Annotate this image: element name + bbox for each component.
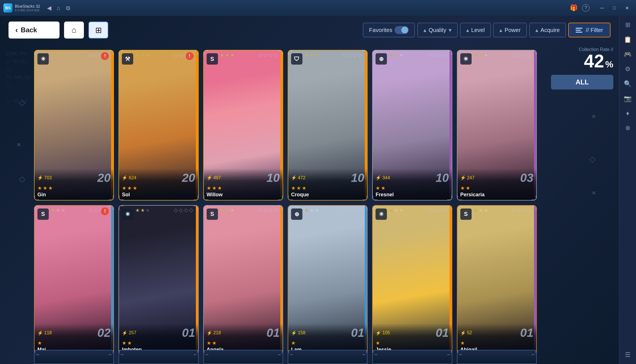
- char-card-gin[interactable]: ✳ ! ⚡ 703 20 ★★★ Gin: [34, 50, 114, 201]
- title-bar-controls: 🎁 ? — □ ✕: [570, 3, 633, 13]
- app-logo: BS BlueStacks 32 5.9.300.1014 N32: [3, 3, 40, 12]
- top-star-0: [135, 208, 139, 212]
- sidebar-icon-2[interactable]: 📋: [621, 33, 635, 46]
- partial-card-2[interactable]: [118, 350, 198, 364]
- favorites-label: Favorites: [369, 27, 392, 33]
- partial-card-4[interactable]: [288, 350, 368, 364]
- power-icon: ⚡: [122, 175, 128, 180]
- card-stats-row: ⚡ 344 10: [376, 172, 449, 184]
- quality-filter-button[interactable]: ▴ Quality ▾: [417, 23, 457, 37]
- favorites-filter-button[interactable]: Favorites: [363, 23, 415, 37]
- grid-button[interactable]: ⊞: [88, 22, 108, 39]
- card-stars-bottom-gin: ★★★: [37, 185, 111, 191]
- nav-tabs-icon[interactable]: ⧉: [66, 5, 70, 11]
- main-filter-button[interactable]: // Filter: [568, 23, 610, 37]
- char-card-willow[interactable]: S ⚡ 497 10 ★★★ Willow: [203, 50, 283, 201]
- all-button[interactable]: ALL: [551, 75, 613, 90]
- card-diamond-row: [174, 209, 192, 212]
- star-filled: ★: [207, 185, 211, 191]
- char-card-croque[interactable]: 🛡 ⚡ 472 10 ★★★ Croque: [288, 50, 368, 201]
- top-star-1: [479, 53, 483, 57]
- right-collection-panel: Collection Rate // 42 % ALL: [545, 47, 619, 90]
- power-icon: ⚡: [207, 330, 212, 336]
- char-card-abigail[interactable]: S ⚡ 52 01 ★ Abigail: [457, 205, 537, 356]
- corner-br: [532, 350, 536, 355]
- corner-bl: [119, 195, 124, 200]
- acquire-filter-button[interactable]: ▴ Acquire: [529, 23, 566, 37]
- top-star-2: [146, 208, 150, 212]
- back-button[interactable]: ‹ Back: [9, 22, 60, 39]
- home-button[interactable]: ⌂: [64, 22, 84, 39]
- top-star-1: [225, 53, 229, 57]
- grid-icon: ⊞: [95, 25, 102, 35]
- card-diamond-row: [343, 209, 361, 212]
- sidebar-icon-6[interactable]: 📷: [621, 92, 635, 105]
- power-icon: ⚡: [291, 330, 297, 336]
- char-card-persicaria[interactable]: ✳ ⚡ 247 03 ★★ Persicaria: [457, 50, 537, 201]
- card-stars-top-gin: [51, 53, 65, 57]
- star-filled: ★: [376, 185, 380, 191]
- maximize-button[interactable]: □: [609, 3, 620, 13]
- card-bottom-fresnel: ⚡ 344 10 ★★ Fresnel: [373, 169, 451, 200]
- sidebar-icon-9[interactable]: ☰: [621, 348, 635, 362]
- deco-square-3: [592, 191, 595, 194]
- card-stats-row: ⚡ 703 20: [37, 172, 111, 184]
- partial-card-1[interactable]: [34, 350, 114, 364]
- card-stars-bottom-croque: ★★★: [291, 185, 364, 191]
- sidebar-icon-8[interactable]: ⊗: [621, 121, 635, 135]
- power-value-persicaria: 247: [467, 175, 475, 180]
- card-type-icon-imhotep: ✳: [122, 208, 133, 220]
- sidebar-icon-7[interactable]: ♦: [621, 107, 635, 120]
- card-stars-top-willow: [220, 53, 234, 57]
- card-stats-row: ⚡ 472 10: [291, 172, 364, 184]
- acquire-up-arrow: ▴: [535, 27, 538, 33]
- quality-down-arrow: ▾: [449, 27, 451, 33]
- char-card-lam[interactable]: ⊕ ⚡ 158 01 ★ Lam: [288, 205, 368, 356]
- partial-card-5[interactable]: [372, 350, 452, 364]
- minimize-button[interactable]: —: [596, 3, 608, 13]
- char-card-sol[interactable]: ⚒ ! ⚡ 624 20 ★★★ Sol: [118, 50, 198, 201]
- diamond-3: [438, 53, 442, 57]
- char-card-fresnel[interactable]: ⊕ ⚡ 344 10 ★★ Fresnel: [372, 50, 452, 201]
- card-bottom-gin: ⚡ 703 20 ★★★ Gin: [35, 169, 113, 200]
- card-stars-top-angela: [220, 208, 234, 212]
- diamond-4: [358, 53, 362, 57]
- level-filter-button[interactable]: ▴ Level: [460, 23, 491, 37]
- card-level-gin: 20: [97, 172, 111, 184]
- top-star-0: [220, 208, 224, 212]
- star-filled: ★: [460, 185, 465, 191]
- top-star-2: [484, 53, 488, 57]
- nav-back-icon[interactable]: ◀: [47, 5, 51, 11]
- star-filled: ★: [381, 185, 385, 191]
- diamond-3: [522, 208, 526, 212]
- char-card-jessie[interactable]: ✳ ⚡ 105 01 ★ Jessie: [372, 205, 452, 356]
- power-icon: ⚡: [122, 330, 128, 336]
- close-button[interactable]: ✕: [621, 3, 633, 13]
- card-stars-bottom-abigail: ★: [460, 340, 533, 346]
- diamond-1: [258, 208, 262, 212]
- favorites-toggle[interactable]: [395, 26, 409, 34]
- char-card-mai[interactable]: S ! ⚡ 118 02 ★ Mai: [34, 205, 114, 356]
- corner-tr: [109, 50, 113, 55]
- corner-tr: [362, 206, 367, 210]
- power-filter-button[interactable]: ▴ Power: [493, 23, 527, 37]
- nav-home-icon[interactable]: ⌂: [57, 5, 60, 11]
- partial-card-6[interactable]: [457, 350, 537, 364]
- power-up-arrow: ▴: [499, 27, 502, 33]
- char-card-imhotep[interactable]: ✳ ⚡ 257 01 ★★ Imhotep: [118, 205, 198, 356]
- power-value-fresnel: 344: [382, 175, 390, 180]
- sidebar-icon-1[interactable]: ⊞: [621, 18, 635, 32]
- card-stats-row: ⚡ 218 01: [207, 327, 280, 339]
- collection-rate-pct: %: [605, 59, 613, 70]
- char-card-angela[interactable]: S ⚡ 218 01 ★★ Angela: [203, 205, 283, 356]
- diamond-3: [438, 208, 442, 212]
- partial-card-3[interactable]: [203, 350, 283, 364]
- star-filled: ★: [37, 185, 42, 191]
- sidebar-icon-3[interactable]: 🎮: [621, 48, 635, 61]
- sidebar-icon-4[interactable]: ⚙: [621, 62, 635, 76]
- help-icon[interactable]: ?: [582, 4, 590, 12]
- diamond-2: [348, 53, 352, 57]
- sidebar-icon-5[interactable]: 🔍: [621, 77, 635, 91]
- gift-icon[interactable]: 🎁: [570, 4, 578, 12]
- corner-br: [278, 350, 283, 355]
